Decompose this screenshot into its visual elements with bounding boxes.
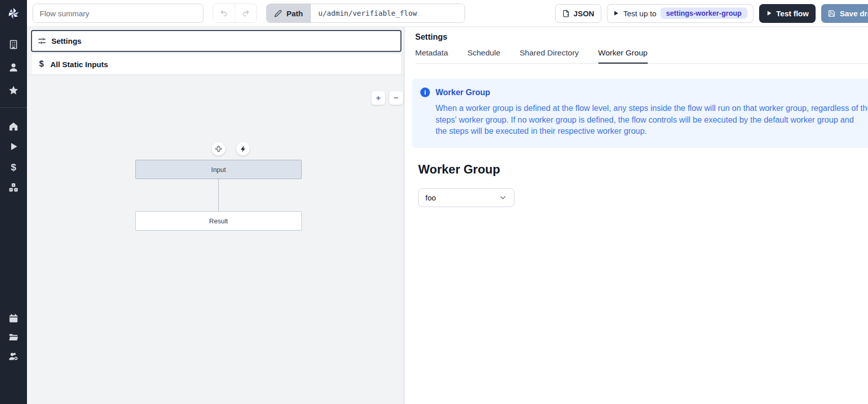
play-icon[interactable]	[0, 141, 27, 152]
zoom-in-button[interactable]: +	[371, 91, 385, 105]
test-up-to-button[interactable]: Test up to settings-worker-group	[607, 4, 754, 23]
chevron-down-icon	[499, 193, 507, 202]
tab-metadata[interactable]: Metadata	[415, 48, 448, 63]
sliders-icon	[38, 37, 46, 45]
path-group: Path u/admin/verifiable_flow	[266, 4, 465, 23]
users-gear-icon[interactable]	[0, 351, 27, 362]
plus-cross-icon	[215, 145, 222, 153]
flow-graph-canvas[interactable]: + − Input Result	[27, 75, 404, 403]
worker-group-select-value: foo	[425, 193, 436, 202]
dollar-sign-icon: $	[38, 60, 45, 69]
save-icon	[828, 10, 835, 17]
result-node[interactable]: Result	[135, 211, 302, 230]
file-json-icon	[562, 10, 570, 17]
flow-settings-item[interactable]: Settings	[31, 30, 401, 52]
boxes-icon[interactable]	[0, 182, 27, 193]
info-box-body: When a worker group is defined at the fl…	[436, 103, 868, 137]
topbar: Path u/admin/verifiable_flow JSON Test u…	[27, 0, 868, 27]
all-static-inputs-label: All Static Inputs	[50, 60, 108, 69]
info-box-title: Worker Group	[436, 88, 490, 97]
save-draft-button[interactable]: Save draft	[821, 4, 868, 23]
settings-panel-title: Settings	[415, 33, 868, 42]
json-button-label: JSON	[573, 9, 594, 18]
user-icon[interactable]	[0, 62, 27, 73]
info-line: steps' worker group. If no worker group …	[436, 114, 868, 126]
undo-icon	[220, 9, 228, 17]
tab-schedule[interactable]: Schedule	[468, 48, 501, 63]
undo-redo-group	[213, 4, 257, 23]
test-flow-button[interactable]: Test flow	[759, 4, 816, 23]
home-icon[interactable]	[0, 121, 27, 132]
test-up-to-label: Test up to	[623, 9, 656, 18]
json-button[interactable]: JSON	[555, 4, 601, 23]
redo-button[interactable]	[235, 4, 256, 22]
info-box-header: i Worker Group	[420, 88, 868, 97]
path-label: Path	[286, 9, 303, 18]
all-static-inputs-item[interactable]: $ All Static Inputs	[31, 53, 401, 75]
tab-shared-directory[interactable]: Shared Directory	[519, 48, 578, 63]
sidebar-nav: $	[0, 0, 27, 404]
pencil-icon	[274, 10, 282, 17]
tab-worker-group[interactable]: Worker Group	[598, 48, 648, 64]
star-icon[interactable]	[0, 85, 27, 96]
info-line: When a worker group is defined at the fl…	[436, 103, 868, 114]
worker-group-section-title: Worker Group	[418, 162, 868, 177]
windmill-logo-icon[interactable]	[0, 7, 27, 20]
building-icon[interactable]	[0, 39, 27, 50]
flow-panel-header: Settings $ All Static Inputs	[27, 27, 404, 75]
worker-group-select[interactable]: foo	[418, 188, 514, 207]
path-value[interactable]: u/admin/verifiable_flow	[311, 4, 465, 22]
settings-panel: Settings Metadata Schedule Shared Direct…	[405, 27, 868, 404]
flow-settings-label: Settings	[51, 37, 81, 45]
trigger-bolt-button[interactable]	[236, 142, 250, 156]
info-line: the steps will be executed in their resp…	[436, 126, 868, 137]
undo-button[interactable]	[213, 4, 235, 22]
calendar-icon[interactable]	[0, 313, 27, 324]
flow-summary-input[interactable]	[33, 4, 204, 23]
sidebar-divider	[0, 107, 27, 108]
lightning-bolt-icon	[240, 146, 247, 153]
redo-icon	[242, 9, 250, 17]
dollar-icon[interactable]: $	[0, 162, 27, 172]
flow-editor-panel: Settings $ All Static Inputs + − Input R…	[27, 27, 404, 404]
zoom-out-button[interactable]: −	[389, 91, 403, 105]
play-small-icon	[613, 10, 619, 16]
test-flow-label: Test flow	[776, 9, 809, 18]
play-white-icon	[766, 10, 772, 16]
settings-tabs: Metadata Schedule Shared Directory Worke…	[415, 48, 868, 64]
worker-group-info-box: i Worker Group When a worker group is de…	[412, 78, 868, 148]
save-draft-label: Save draft	[840, 9, 868, 18]
folder-open-icon[interactable]	[0, 332, 27, 342]
graph-edge	[218, 179, 219, 211]
edit-path-button[interactable]: Path	[267, 4, 311, 22]
test-up-to-step-badge[interactable]: settings-worker-group	[660, 8, 747, 19]
add-step-button[interactable]	[212, 142, 225, 156]
topbar-actions: JSON Test up to settings-worker-group Te…	[555, 4, 868, 23]
input-node[interactable]: Input	[135, 160, 302, 179]
info-icon: i	[420, 88, 430, 97]
